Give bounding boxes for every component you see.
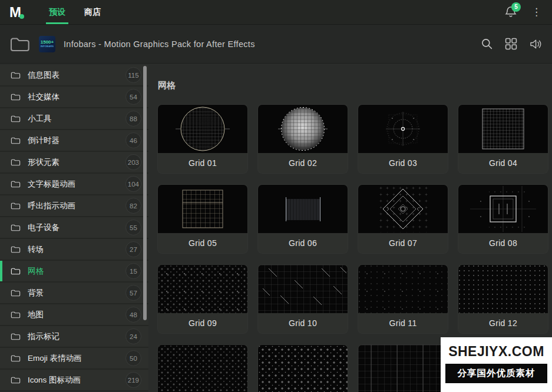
search-button[interactable] bbox=[481, 38, 493, 50]
preset-label: Grid 08 bbox=[458, 233, 548, 253]
preset-label: Grid 11 bbox=[358, 313, 448, 333]
watermark-overlay: SHEJIYX.COM 分享国外优质素材 bbox=[441, 337, 552, 392]
grid-view-button[interactable] bbox=[505, 38, 517, 50]
preset-card-grid-01[interactable]: Grid 01 bbox=[158, 105, 247, 173]
app-logo[interactable]: M bbox=[9, 0, 29, 24]
category-sidebar: 信息图表 115 社交媒体 54 小工具 88 倒计时器 46 形状元素 bbox=[0, 64, 148, 392]
folder-icon bbox=[11, 202, 21, 210]
preset-thumbnail bbox=[458, 105, 548, 153]
preset-thumbnail bbox=[158, 185, 247, 233]
sidebar-item-grids[interactable]: 网格 15 bbox=[0, 261, 148, 283]
item-count-badge: 46 bbox=[125, 132, 141, 148]
preset-card-grid-09[interactable]: Grid 09 bbox=[158, 265, 247, 333]
overflow-menu-button[interactable]: ⋮ bbox=[529, 6, 544, 18]
sidebar-item-label: 背景 bbox=[28, 288, 44, 298]
preset-thumbnail bbox=[358, 345, 448, 392]
item-count-badge: 54 bbox=[125, 89, 141, 105]
sidebar-item-callouts[interactable]: 呼出指示动画 82 bbox=[0, 195, 148, 217]
folder-icon bbox=[11, 333, 21, 341]
sidebar-item-emoji[interactable]: Emoji 表情动画 50 bbox=[0, 348, 148, 370]
sidebar-item-label: Emoji 表情动画 bbox=[28, 353, 82, 364]
preset-card-grid-02[interactable]: Grid 02 bbox=[258, 105, 348, 173]
grid-view-icon bbox=[505, 38, 517, 50]
sidebar-item-markers[interactable]: 指示标记 24 bbox=[0, 326, 148, 348]
preset-card-grid-10[interactable]: Grid 10 bbox=[258, 265, 348, 333]
folder-icon bbox=[11, 376, 21, 384]
folder-icon bbox=[11, 71, 21, 79]
preset-thumbnail bbox=[258, 105, 348, 153]
preset-card-grid-05[interactable]: Grid 05 bbox=[158, 185, 247, 253]
sidebar-item-shapes[interactable]: 形状元素 203 bbox=[0, 152, 148, 174]
sidebar-item-label: 倒计时器 bbox=[28, 135, 60, 146]
pack-folder-button[interactable] bbox=[9, 35, 31, 53]
folder-icon bbox=[11, 267, 21, 275]
watermark-bar: 分享国外优质素材 bbox=[445, 364, 547, 383]
sidebar-item-label: 形状元素 bbox=[28, 157, 60, 168]
search-icon bbox=[481, 38, 493, 50]
sound-button[interactable] bbox=[529, 38, 543, 50]
item-count-badge: 15 bbox=[125, 263, 141, 279]
watermark-slogan: 分享国外优质素材 bbox=[458, 367, 536, 380]
tab-presets[interactable]: 预设 bbox=[47, 0, 67, 24]
folder-icon bbox=[11, 93, 21, 101]
sidebar-item-maps[interactable]: 地图 48 bbox=[0, 304, 148, 326]
preset-label: Grid 12 bbox=[458, 313, 548, 333]
section-title: 网格 bbox=[158, 80, 552, 91]
notifications-button[interactable]: 5 bbox=[504, 5, 518, 19]
folder-icon bbox=[11, 354, 21, 363]
sidebar-item-label: 文字标题动画 bbox=[28, 179, 75, 190]
preset-card-grid-03[interactable]: Grid 03 bbox=[358, 105, 448, 173]
folder-icon bbox=[11, 289, 21, 297]
preset-thumbnail bbox=[358, 105, 448, 153]
item-count-badge: 115 bbox=[125, 67, 141, 83]
sidebar-item-label: 社交媒体 bbox=[28, 92, 60, 102]
folder-icon bbox=[11, 311, 21, 319]
preset-label: Grid 02 bbox=[258, 153, 348, 173]
sidebar-item-infographics[interactable]: 信息图表 115 bbox=[0, 65, 148, 87]
item-count-badge: 88 bbox=[125, 111, 141, 127]
preset-label: Grid 03 bbox=[358, 153, 448, 173]
preset-thumbnail bbox=[458, 265, 548, 313]
folder-icon bbox=[9, 35, 31, 53]
sidebar-item-transitions[interactable]: 转场 27 bbox=[0, 239, 148, 261]
logo-dot-icon bbox=[19, 14, 24, 19]
preset-card-grid-13[interactable]: Grid 13 bbox=[158, 345, 247, 392]
tab-store[interactable]: 商店 bbox=[82, 0, 103, 24]
sidebar-item-social-media[interactable]: 社交媒体 54 bbox=[0, 87, 148, 108]
preset-card-grid-12[interactable]: Grid 12 bbox=[458, 265, 548, 333]
sidebar-scrollbar[interactable] bbox=[143, 66, 147, 320]
preset-card-grid-07[interactable]: Grid 07 bbox=[358, 185, 448, 253]
notification-count-badge: 5 bbox=[511, 2, 521, 12]
pack-title: Infobars - Motion Graphics Pack for Afte… bbox=[64, 39, 255, 49]
logo-letter: M bbox=[9, 1, 21, 24]
folder-icon bbox=[11, 245, 21, 254]
preset-card-grid-06[interactable]: Grid 06 bbox=[258, 185, 348, 253]
speaker-icon bbox=[529, 38, 543, 50]
folder-icon bbox=[11, 158, 21, 167]
motion-bro-panel: M 预设 商店 5 ⋮ 1500+ INFOBARS bbox=[0, 0, 552, 392]
item-count-badge: 24 bbox=[125, 328, 141, 344]
folder-icon bbox=[11, 115, 21, 123]
preset-card-grid-04[interactable]: Grid 04 bbox=[458, 105, 548, 173]
preset-card-grid-15[interactable]: Grid 15 bbox=[358, 345, 448, 392]
pack-header: 1500+ INFOBARS Infobars - Motion Graphic… bbox=[0, 25, 552, 64]
sidebar-item-label: 指示标记 bbox=[28, 331, 60, 342]
main-tabs: 预设 商店 bbox=[47, 0, 118, 24]
preset-thumbnail bbox=[358, 185, 448, 233]
preset-card-grid-14[interactable]: Grid 14 bbox=[258, 345, 348, 392]
pack-thumbnail[interactable]: 1500+ INFOBARS bbox=[39, 36, 55, 52]
folder-icon bbox=[11, 180, 21, 188]
sidebar-item-devices[interactable]: 电子设备 55 bbox=[0, 217, 148, 239]
kebab-icon: ⋮ bbox=[531, 6, 541, 18]
sidebar-item-backgrounds[interactable]: 背景 57 bbox=[0, 283, 148, 304]
sidebar-item-tools[interactable]: 小工具 88 bbox=[0, 108, 148, 130]
sidebar-item-countdown[interactable]: 倒计时器 46 bbox=[0, 130, 148, 152]
sidebar-item-text-titles[interactable]: 文字标题动画 104 bbox=[0, 174, 148, 195]
preset-card-grid-08[interactable]: Grid 08 bbox=[458, 185, 548, 253]
preset-card-grid-11[interactable]: Grid 11 bbox=[358, 265, 448, 333]
sidebar-item-icons[interactable]: Icons 图标动画 219 bbox=[0, 370, 148, 391]
preset-thumbnail bbox=[158, 345, 247, 392]
folder-icon bbox=[11, 224, 21, 232]
item-count-badge: 57 bbox=[125, 285, 141, 301]
item-count-badge: 55 bbox=[125, 220, 141, 235]
